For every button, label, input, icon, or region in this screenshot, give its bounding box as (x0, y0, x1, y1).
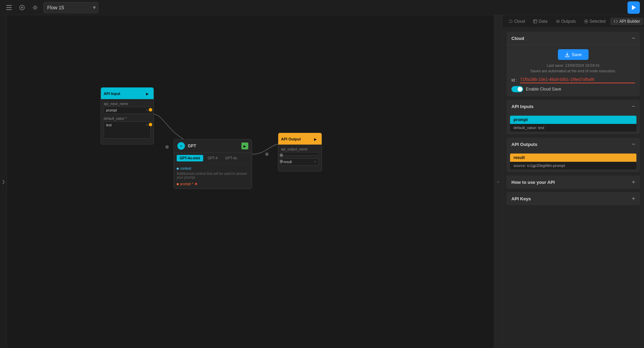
api-output-node: API Output ▶ api_output_name result ✎ (278, 133, 322, 171)
api-output-body: api_output_name result ✎ (278, 145, 322, 171)
api-input-name-edit-icon[interactable]: ✎ (146, 108, 148, 112)
right-collapse-panel[interactable]: » (494, 15, 502, 348)
api-output-title: API Output (281, 137, 301, 141)
last-save-text: Last save: 13/09/2024 18:59:41 (511, 63, 635, 67)
api-outputs-section-header[interactable]: API Outputs − (507, 138, 640, 151)
gpt-tab-mini[interactable]: GPT-4o-mini (177, 155, 203, 161)
gpt-run-button[interactable]: ▶ (241, 143, 248, 149)
how-to-use-section-header[interactable]: How to use your API + (507, 176, 640, 189)
cloud-section-collapse-icon: − (632, 35, 635, 41)
svg-point-6 (34, 7, 36, 9)
gpt-prompt-label: prompt * ✱ (177, 182, 249, 186)
svg-point-9 (265, 152, 269, 156)
how-to-use-title: How to use your API (511, 180, 555, 185)
api-input-name-label: api_input_name (104, 102, 151, 106)
svg-rect-10 (533, 20, 537, 23)
canvas[interactable]: API Input ▶ api_input_name prompt ✎ defa… (7, 15, 502, 348)
tab-outputs[interactable]: Outputs (552, 18, 579, 25)
api-outputs-list: result source: rc1gp33eg#llm-prompt (507, 154, 640, 169)
cloud-section-body: Save Last save: 13/09/2024 18:59:41 Save… (507, 45, 640, 96)
gpt-context-label: context (177, 167, 249, 170)
save-cloud-icon (565, 52, 570, 57)
api-input-item-name: prompt (510, 116, 636, 124)
default-value-edit-icon[interactable]: ✎ (146, 123, 148, 127)
api-outputs-section: API Outputs − result source: rc1gp33eg#l… (507, 138, 640, 172)
api-output-edit-icon[interactable]: ✎ (314, 160, 316, 164)
api-inputs-section-header[interactable]: API Inputs − (507, 100, 640, 113)
id-value: 71f0a38b-10e1-48a9-b5b1-1f9ed7affa46 (520, 77, 635, 83)
right-panel-content: Cloud − Save Last save: 13/09/2024 18:59… (502, 28, 644, 348)
context-dot (177, 168, 179, 170)
api-output-item-detail: source: rc1gp33eg#llm-prompt (510, 162, 636, 169)
right-panel-tabs: Cloud Data Outputs (502, 15, 644, 28)
id-label: Id : (511, 78, 517, 83)
api-input-item-prompt: prompt default_value: test (510, 116, 636, 131)
enable-cloud-save-toggle[interactable] (511, 86, 523, 92)
api-input-body: api_input_name prompt ✎ default_value * … (101, 99, 154, 144)
tab-selected[interactable]: Selected (581, 18, 609, 25)
main-layout: ❯ API Input ▶ api_input_name p (0, 15, 644, 348)
run-button[interactable] (627, 1, 640, 14)
chevron-left-icon: ❯ (2, 179, 5, 184)
api-keys-section: API Keys + (507, 192, 640, 205)
default-value-value: test ✎ (104, 122, 151, 139)
left-sidebar-toggle[interactable]: ❯ (0, 15, 7, 348)
save-button[interactable]: Save (558, 49, 589, 60)
sidebar-toggle-button[interactable] (4, 3, 14, 12)
api-input-name-connector[interactable] (149, 108, 152, 112)
api-output-node-header: API Output ▶ (278, 134, 322, 145)
api-input-item-detail: default_value: test (510, 124, 636, 131)
gpt-title: GPT (188, 144, 196, 148)
api-output-item-result: result source: rc1gp33eg#llm-prompt (510, 154, 636, 169)
api-output-run-button[interactable]: ▶ (312, 136, 319, 143)
api-input-name-value: prompt ✎ (104, 107, 151, 114)
add-flow-button[interactable] (17, 3, 27, 12)
id-row: Id : 71f0a38b-10e1-48a9-b5b1-1f9ed7affa4… (511, 77, 635, 83)
cloud-section: Cloud − Save Last save: 13/09/2024 18:59… (507, 32, 640, 96)
api-inputs-title: API Inputs (511, 104, 533, 109)
api-input-run-button[interactable]: ▶ (144, 90, 151, 97)
api-keys-title: API Keys (511, 196, 531, 201)
api-output-name-label: api_output_name (281, 147, 319, 151)
cloud-section-header[interactable]: Cloud − (507, 32, 640, 45)
default-value-connector[interactable] (149, 123, 152, 126)
connections-svg (7, 15, 502, 348)
svg-rect-1 (6, 7, 12, 8)
api-inputs-collapse-icon: − (632, 103, 635, 109)
flow-settings-button[interactable] (30, 3, 40, 12)
api-keys-section-header[interactable]: API Keys + (507, 192, 640, 205)
flow-selector[interactable]: Flow 15 (43, 2, 98, 13)
gpt-tab-4o[interactable]: GPT-4o (222, 155, 240, 161)
gpt-node: ~ GPT ▶ GPT-4o-mini GPT-4 GPT-4o context… (174, 139, 252, 189)
api-output-left-connector[interactable] (280, 154, 283, 157)
flow-select-dropdown[interactable]: Flow 15 (43, 2, 98, 13)
api-outputs-collapse-icon: − (632, 141, 635, 147)
result-left-connector[interactable] (280, 160, 283, 163)
api-output-name-value (281, 152, 319, 156)
api-keys-expand-icon: + (632, 196, 635, 202)
gpt-tab-4[interactable]: GPT-4 (205, 155, 221, 161)
svg-point-17 (585, 21, 587, 22)
svg-marker-7 (632, 5, 636, 10)
outputs-tab-icon (556, 19, 560, 23)
topbar: Flow 15 (0, 0, 644, 15)
api-builder-tab-icon (614, 19, 618, 23)
gpt-context-desc: Additionnal context that will be used to… (177, 172, 249, 179)
gpt-tabs: GPT-4o-mini GPT-4 GPT-4o (174, 153, 252, 164)
svg-rect-2 (6, 9, 12, 10)
gpt-body: context Additionnal context that will be… (174, 164, 252, 189)
api-output-item-name: result (510, 154, 636, 162)
tab-cloud[interactable]: Cloud (505, 18, 528, 25)
toggle-row: Enable Cloud Save (511, 86, 635, 92)
api-inputs-section: API Inputs − prompt default_value: test (507, 100, 640, 134)
tab-data[interactable]: Data (530, 18, 551, 25)
default-value-label: default_value * (104, 117, 151, 120)
tab-api-builder[interactable]: API Builder (610, 18, 643, 25)
api-input-node: API Input ▶ api_input_name prompt ✎ defa… (101, 87, 154, 145)
api-outputs-title: API Outputs (511, 142, 537, 147)
how-to-use-section: How to use your API + (507, 176, 640, 189)
gpt-node-header: ~ GPT ▶ (174, 139, 252, 153)
svg-rect-0 (6, 5, 12, 6)
selected-tab-icon (584, 19, 588, 23)
svg-point-8 (165, 145, 169, 149)
